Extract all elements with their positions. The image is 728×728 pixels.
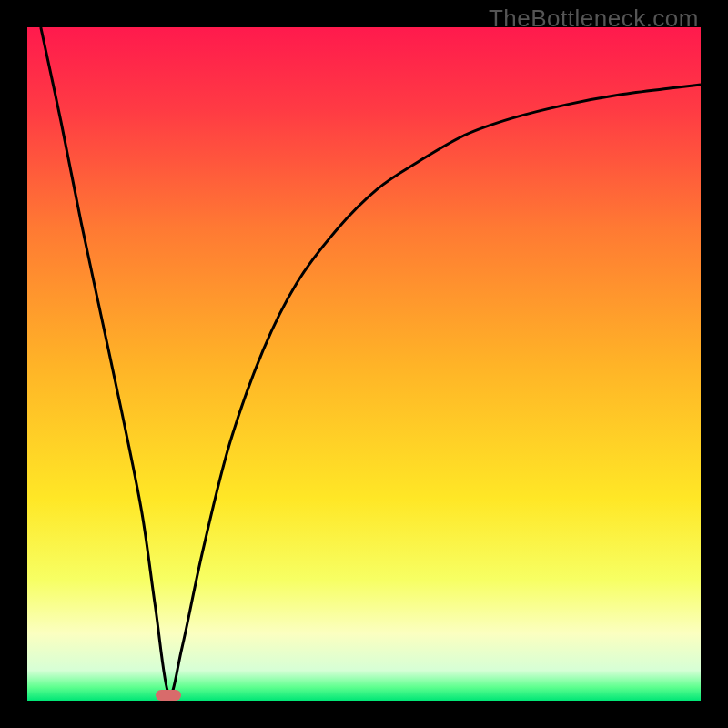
curve-layer — [27, 27, 701, 701]
plot-area — [27, 27, 701, 701]
optimal-point-marker — [156, 690, 181, 701]
bottleneck-curve — [41, 27, 701, 695]
chart-frame: TheBottleneck.com — [0, 0, 728, 728]
